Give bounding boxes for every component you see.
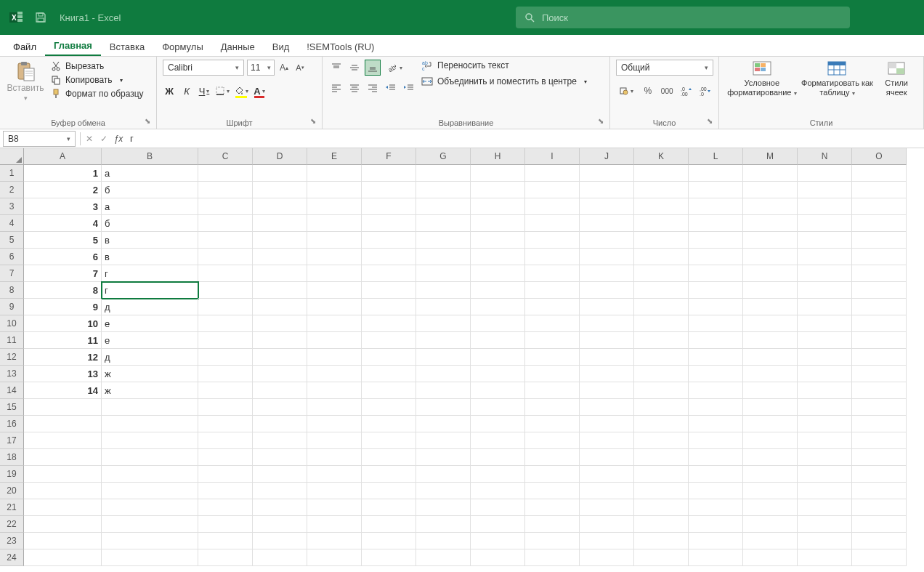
cell[interactable] [580,165,634,182]
align-left-button[interactable] [328,80,344,96]
cell[interactable] [580,533,634,549]
cell[interactable]: 8 [24,282,102,299]
cell[interactable] [253,449,307,466]
cell[interactable] [580,182,634,198]
row-header[interactable]: 16 [0,416,24,432]
cell[interactable] [689,533,743,549]
cell[interactable] [852,533,907,549]
cell[interactable] [580,198,634,215]
tab-semtools[interactable]: !SEMTools (RU) [298,38,383,56]
insert-function-button[interactable]: ƒx [111,131,126,147]
cell[interactable] [253,499,307,516]
cell[interactable] [253,483,307,499]
cell[interactable] [102,399,198,416]
cell[interactable] [198,416,253,432]
cell[interactable] [743,549,798,566]
cell[interactable] [102,432,198,449]
cell[interactable] [525,282,580,299]
align-middle-button[interactable] [346,60,362,76]
cell[interactable] [24,449,102,466]
cell[interactable] [634,399,689,416]
cell[interactable] [471,432,525,449]
cell[interactable] [362,198,416,215]
cell[interactable] [253,416,307,432]
cell[interactable] [634,265,689,282]
cell[interactable] [525,215,580,232]
cell[interactable] [416,315,471,332]
cell[interactable] [580,249,634,265]
cell[interactable] [307,382,362,399]
cell[interactable] [102,466,198,483]
tab-home[interactable]: Главная [45,36,101,56]
cell[interactable] [525,165,580,182]
cell[interactable] [362,483,416,499]
format-painter-button[interactable]: Формат по образцу [51,89,144,99]
cell[interactable] [689,549,743,566]
cell[interactable] [743,499,798,516]
accounting-format-button[interactable]: ▾ [616,83,636,99]
orientation-button[interactable]: ab▾ [383,60,406,76]
cell[interactable] [362,265,416,282]
row-header[interactable]: 5 [0,232,24,249]
column-header[interactable]: J [580,148,634,165]
cell[interactable] [689,315,743,332]
cell[interactable] [307,315,362,332]
cell[interactable] [852,399,907,416]
cell[interactable] [852,483,907,499]
cell[interactable] [525,349,580,366]
cell[interactable] [525,366,580,382]
column-header[interactable]: L [689,148,743,165]
cell[interactable] [307,399,362,416]
cell[interactable] [362,449,416,466]
column-header[interactable]: F [362,148,416,165]
font-color-button[interactable]: A▾ [253,83,266,99]
cell[interactable] [362,382,416,399]
cell[interactable] [580,466,634,483]
cell[interactable] [798,165,852,182]
cell[interactable] [525,416,580,432]
cell[interactable] [471,382,525,399]
cell[interactable] [24,416,102,432]
cell[interactable] [689,366,743,382]
cell[interactable] [198,466,253,483]
decrease-font-button[interactable]: A▾ [293,60,307,76]
column-header[interactable]: I [525,148,580,165]
cell[interactable] [689,416,743,432]
cell[interactable] [689,382,743,399]
align-center-button[interactable] [346,80,362,96]
cell[interactable] [798,449,852,466]
cell[interactable] [852,282,907,299]
name-box[interactable]: B8▾ [3,131,76,147]
cell[interactable] [852,549,907,566]
cancel-formula-button[interactable]: ✕ [82,131,97,147]
cell[interactable] [743,349,798,366]
cell[interactable] [198,249,253,265]
cell[interactable] [471,215,525,232]
row-header[interactable]: 20 [0,483,24,499]
cell[interactable] [416,449,471,466]
align-right-button[interactable] [365,80,381,96]
cell[interactable]: д [102,349,198,366]
column-header[interactable]: D [253,148,307,165]
cell[interactable] [852,366,907,382]
dialog-launcher-icon[interactable]: ⬊ [598,117,607,126]
cell[interactable] [253,549,307,566]
cell[interactable] [743,282,798,299]
cell[interactable] [471,165,525,182]
cell[interactable] [416,499,471,516]
cell[interactable] [798,549,852,566]
cell[interactable] [253,249,307,265]
cell[interactable] [362,165,416,182]
cell[interactable] [798,516,852,533]
cell[interactable] [689,249,743,265]
cell[interactable] [307,483,362,499]
cell[interactable] [24,516,102,533]
row-header[interactable]: 9 [0,299,24,315]
cell[interactable] [798,499,852,516]
cell[interactable]: 7 [24,265,102,282]
cell[interactable] [743,366,798,382]
cell[interactable]: 2 [24,182,102,198]
cell[interactable]: е [102,315,198,332]
cell[interactable] [307,299,362,315]
cell[interactable] [198,366,253,382]
